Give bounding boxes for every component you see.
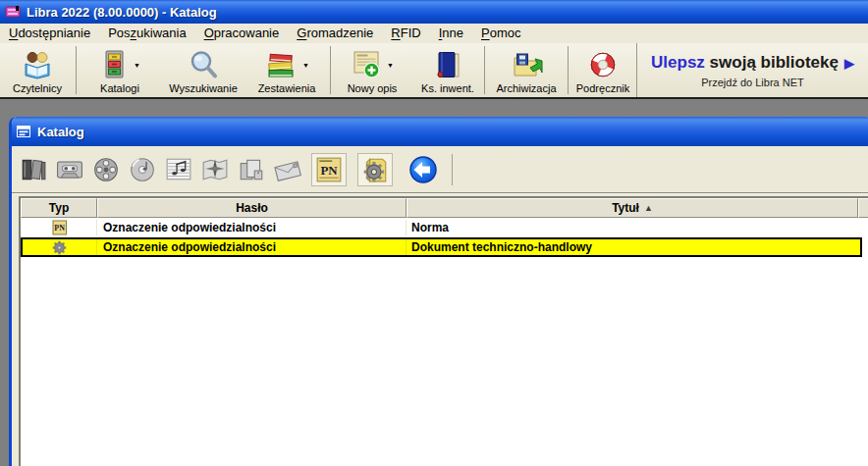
column-header-tytul[interactable]: Tytuł▲ [407,198,858,218]
inventory-book-icon [432,50,463,79]
documents-filter-button[interactable] [238,156,265,183]
books-filter-button[interactable] [20,156,47,183]
menu-item-poszukiwania[interactable]: Poszukiwania [99,25,195,42]
gear-icon [52,240,67,255]
compass-icon [201,156,229,183]
row-tytul-cell: Norma [407,221,860,234]
pn-document-icon: PN [52,220,68,235]
menu-item-opracowanie[interactable]: Opracowanie [195,25,289,42]
zestawienia-button[interactable]: ▼ Zestawienia [244,43,329,97]
toolbar-separator [484,46,485,94]
documents-icon [238,156,265,183]
toolbar-separator [452,154,453,185]
menu-bar: Udostępnianie Poszukiwania Opracowanie G… [0,24,868,43]
reports-icon [264,50,298,79]
toolbar-separator [76,46,77,94]
menu-item-inne[interactable]: Inne [430,25,472,42]
application-window: Libra 2022 (8.00.0000) - Katalog Udostęp… [0,0,868,466]
envelope-filter-button[interactable] [274,156,301,183]
column-header-filler [858,198,868,218]
app-icon[interactable] [4,4,22,20]
pn-document-icon: PN [315,156,343,183]
technical-docs-toggle-button[interactable] [357,153,393,186]
window-title: Libra 2022 (8.00.0000) - Katalog [27,5,217,20]
czytelnicy-button[interactable]: Czytelnicy [0,43,75,97]
pn-norms-toggle-button[interactable]: PN [311,153,347,186]
katalog-toolbar: PN [12,146,868,193]
cd-filter-button[interactable] [129,156,156,183]
katalogi-button[interactable]: ▼ Katalogi [78,43,162,97]
cassette-filter-button[interactable] [56,156,83,183]
envelope-icon [274,156,301,183]
menu-item-udostepnianie[interactable]: Udostępnianie [0,25,99,42]
toolbar-separator [330,46,331,94]
books-icon [20,156,47,183]
music-notes-icon [165,156,192,183]
film-filter-button[interactable] [92,156,120,183]
catalogs-icon [99,50,129,79]
archiwizacja-button[interactable]: Archiwizacja [486,43,567,97]
column-header-typ[interactable]: Typ [21,198,97,218]
film-reel-icon [92,156,120,183]
table-row[interactable]: PN Oznaczenie odpowiedzialności Norma [21,218,862,237]
row-haslo-cell: Oznaczenie odpowiedzialności [97,220,407,235]
promo-arrow-icon: ▶ [844,56,854,71]
cassette-icon [56,156,83,183]
cd-icon [129,156,156,183]
mdi-workspace: Katalog [0,99,868,464]
row-type-cell: PN [23,220,97,235]
readers-icon [21,50,54,79]
katalog-window: Katalog [9,117,868,466]
cartography-filter-button[interactable] [201,156,229,183]
nowy-opis-button[interactable]: ▼ Nowy opis [332,43,412,97]
archive-icon [510,50,543,79]
dropdown-arrow-icon[interactable]: ▼ [387,62,394,69]
table-row-selected[interactable]: Oznaczenie odpowiedzialności Dokument te… [21,237,862,257]
menu-item-gromadzenie[interactable]: Gromadzenie [288,25,382,42]
wyszukiwanie-button[interactable]: Wyszukiwanie [162,43,244,97]
table-header: Typ Hasło Tytuł▲ [21,198,868,218]
libra-net-promo-button[interactable]: Ulepsz swoją bibliotekę▶ Przejdź do Libr… [636,43,868,97]
menu-item-rfid[interactable]: RFID [382,25,429,42]
gear-folder-icon [361,156,389,183]
column-header-haslo[interactable]: Hasło [97,198,407,218]
catalog-table: Typ Hasło Tytuł▲ PN Oznaczenie odpowied [19,196,868,466]
dropdown-arrow-icon[interactable]: ▼ [302,62,309,69]
music-filter-button[interactable] [165,156,192,183]
row-haslo-cell: Oznaczenie odpowiedzialności [97,239,407,255]
sort-ascending-icon: ▲ [644,203,653,213]
katalog-title: Katalog [37,125,84,139]
toolbar-separator [568,46,569,94]
promo-title: Ulepsz swoją bibliotekę▶ [651,53,854,73]
child-window-icon[interactable] [17,126,31,138]
ks-inwent-button[interactable]: Ks. inwent. [412,43,483,97]
row-type-cell [23,239,97,255]
katalog-title-bar: Katalog [12,117,868,146]
new-record-icon [351,50,382,79]
lifebuoy-icon [587,50,619,79]
katalog-body: PN [12,146,868,466]
dropdown-arrow-icon[interactable]: ▼ [134,62,140,69]
title-bar: Libra 2022 (8.00.0000) - Katalog [0,0,868,24]
back-arrow-icon [408,155,438,184]
svg-text:PN: PN [54,224,65,233]
row-tytul-cell: Dokument techniczno-handlowy [407,240,860,254]
podrecznik-button[interactable]: Podręcznik [570,43,636,97]
main-toolbar: Czytelnicy ▼ Katalogi [0,43,868,99]
promo-subtitle: Przejdź do Libra NET [701,77,804,88]
search-icon [188,50,219,79]
back-button[interactable] [408,155,438,184]
svg-text:PN: PN [320,162,338,177]
menu-item-pomoc[interactable]: Pomoc [472,25,529,42]
